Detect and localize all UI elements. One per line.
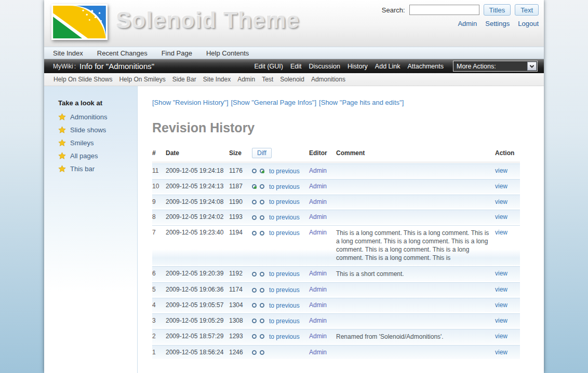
sidebar-item[interactable]: This bar	[70, 165, 95, 173]
view-link[interactable]: view	[495, 183, 507, 190]
diff-radio-to[interactable]	[260, 303, 264, 308]
diff-radio-from[interactable]	[252, 350, 257, 355]
primary-nav-item[interactable]: Recent Changes	[97, 49, 148, 57]
sidebar-item[interactable]: Slide shows	[70, 126, 106, 134]
user-link-settings[interactable]: Settings	[485, 20, 510, 27]
diff-radio-to[interactable]	[260, 334, 264, 339]
editor-link[interactable]: Admin	[309, 286, 327, 293]
sidebar-item[interactable]: Admonitions	[70, 113, 108, 121]
header-diff: Diff	[252, 146, 309, 162]
table-row: 12009-12-05 18:56:241246Adminview	[152, 345, 520, 359]
diff-radio-to[interactable]	[260, 215, 264, 220]
diff-radio-to[interactable]	[260, 231, 264, 236]
to-previous-link[interactable]: to previous	[269, 317, 300, 325]
breadcrumb-item[interactable]: Test	[262, 76, 273, 83]
to-previous-link[interactable]: to previous	[269, 333, 300, 340]
view-link[interactable]: view	[495, 229, 507, 236]
diff-radio-from[interactable]	[252, 303, 257, 308]
revision-date: 2009-12-05 19:24:13	[166, 179, 229, 194]
diff-radio-from[interactable]	[252, 272, 257, 277]
show-link[interactable]: [Show "Page hits and edits"]	[319, 99, 404, 106]
titlebar-action[interactable]: Edit	[290, 63, 302, 70]
editor-link[interactable]: Admin	[309, 167, 327, 174]
diff-radio-from[interactable]	[252, 169, 257, 173]
editor-link[interactable]: Admin	[309, 349, 327, 356]
breadcrumb-item[interactable]: Admonitions	[311, 76, 345, 83]
breadcrumb-item[interactable]: Side Bar	[172, 76, 196, 83]
titlebar-action[interactable]: Add Link	[375, 63, 400, 70]
search-input[interactable]	[409, 5, 479, 15]
editor-link[interactable]: Admin	[309, 333, 327, 340]
view-link[interactable]: view	[495, 286, 507, 293]
view-link[interactable]: view	[495, 333, 507, 340]
revision-number: 10	[152, 179, 166, 194]
breadcrumb-item[interactable]: Admin	[237, 76, 255, 83]
header-size: Size	[229, 146, 252, 162]
more-actions-select[interactable]: More Actions:	[453, 61, 538, 72]
titlebar-action[interactable]: Discussion	[309, 63, 340, 70]
to-previous-link[interactable]: to previous	[269, 198, 300, 205]
wiki-name[interactable]: MyWiki	[53, 63, 73, 70]
chevron-down-icon[interactable]	[527, 62, 537, 71]
editor-link[interactable]: Admin	[309, 270, 327, 277]
editor-cell: Admin	[309, 163, 336, 178]
view-link[interactable]: view	[495, 213, 507, 220]
diff-radio-from[interactable]	[252, 319, 257, 323]
to-previous-link[interactable]: to previous	[269, 183, 300, 190]
diff-radio-to[interactable]	[260, 350, 264, 355]
view-link[interactable]: view	[495, 349, 507, 356]
view-link[interactable]: view	[495, 301, 507, 309]
view-link[interactable]: view	[495, 167, 507, 174]
search-text-button[interactable]: Text	[515, 4, 539, 16]
site-logo[interactable]	[51, 4, 108, 40]
editor-cell: Admin	[309, 313, 336, 328]
diff-radio-to[interactable]	[260, 169, 264, 173]
diff-radio-from[interactable]	[252, 231, 257, 236]
user-link-admin[interactable]: Admin	[458, 20, 477, 27]
editor-link[interactable]: Admin	[309, 301, 327, 309]
to-previous-link[interactable]: to previous	[269, 270, 300, 278]
diff-radio-from[interactable]	[252, 215, 257, 220]
diff-radio-from[interactable]	[252, 184, 257, 189]
to-previous-link[interactable]: to previous	[269, 214, 300, 221]
editor-link[interactable]: Admin	[309, 213, 327, 220]
diff-radio-to[interactable]	[260, 200, 264, 204]
primary-nav-item[interactable]: Help Contents	[206, 49, 249, 57]
titlebar-action[interactable]: Edit (GUI)	[254, 63, 283, 70]
editor-link[interactable]: Admin	[309, 317, 327, 324]
diff-radio-from[interactable]	[252, 288, 257, 293]
view-link[interactable]: view	[495, 317, 507, 324]
diff-radio-to[interactable]	[260, 288, 264, 293]
breadcrumb-item[interactable]: Help On Slide Shows	[54, 76, 112, 83]
show-link[interactable]: [Show "General Page Infos"]	[231, 99, 317, 106]
breadcrumb-item[interactable]: Help On Smileys	[119, 76, 165, 83]
breadcrumb-item[interactable]: Solenoid	[280, 76, 304, 83]
primary-nav-item[interactable]: Find Page	[162, 49, 192, 57]
diff-radio-to[interactable]	[260, 319, 264, 323]
search-titles-button[interactable]: Titles	[484, 4, 511, 16]
titlebar-action[interactable]: History	[348, 63, 368, 70]
titlebar-action[interactable]: Attachments	[408, 63, 444, 70]
diff-button[interactable]: Diff	[252, 148, 272, 158]
to-previous-link[interactable]: to previous	[269, 168, 300, 175]
view-link[interactable]: view	[495, 198, 507, 205]
view-link[interactable]: view	[495, 270, 507, 277]
breadcrumb-item[interactable]: Site Index	[203, 76, 231, 83]
show-link[interactable]: [Show "Revision History"]	[152, 99, 229, 106]
sidebar-item[interactable]: Smileys	[70, 139, 94, 147]
site-title: Solenoid Theme	[116, 7, 300, 33]
diff-radio-to[interactable]	[260, 184, 264, 189]
revision-size: 1174	[229, 282, 252, 297]
editor-link[interactable]: Admin	[309, 183, 327, 190]
to-previous-link[interactable]: to previous	[269, 229, 300, 237]
sidebar-item[interactable]: All pages	[70, 152, 98, 160]
diff-radio-to[interactable]	[260, 272, 264, 277]
diff-radio-from[interactable]	[252, 334, 257, 339]
user-link-logout[interactable]: Logout	[518, 20, 539, 27]
editor-link[interactable]: Admin	[309, 229, 327, 236]
editor-link[interactable]: Admin	[309, 198, 327, 205]
diff-radio-from[interactable]	[252, 200, 257, 204]
to-previous-link[interactable]: to previous	[269, 286, 300, 294]
to-previous-link[interactable]: to previous	[269, 302, 300, 309]
primary-nav-item[interactable]: Site Index	[53, 49, 83, 57]
